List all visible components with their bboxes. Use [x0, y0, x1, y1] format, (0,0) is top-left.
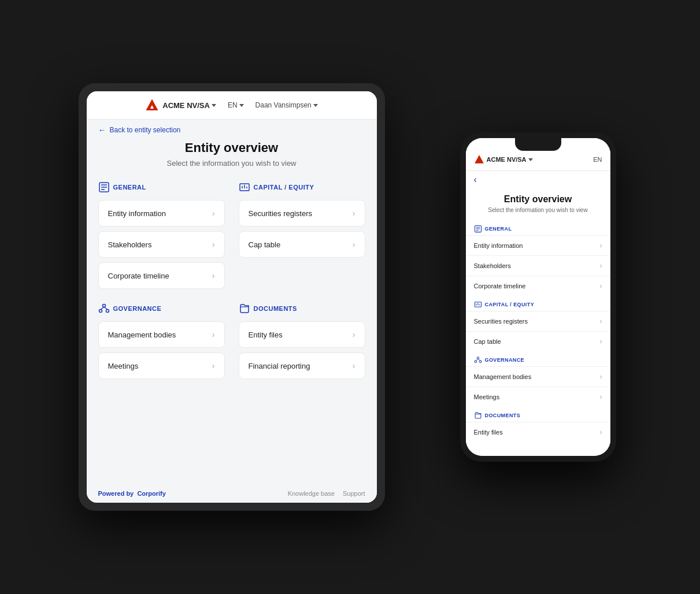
phone-timeline-chevron: ›	[600, 282, 602, 290]
phone-language[interactable]: EN	[593, 156, 602, 163]
general-icon	[98, 181, 110, 193]
phone-documents-header: DOCUMENTS	[466, 407, 610, 422]
meetings-item[interactable]: Meetings ›	[98, 352, 225, 379]
financial-reporting-chevron: ›	[353, 361, 355, 370]
phone-back-arrow-icon: ‹	[474, 175, 477, 184]
phone-cap-table-chevron: ›	[600, 337, 602, 346]
phone-capital-title: CAPITAL / EQUITY	[485, 302, 535, 307]
scene: ▲ ACME NV/SA EN Daan Vansimpsen	[32, 37, 668, 557]
svg-marker-16	[475, 155, 484, 164]
phone-entity-name[interactable]: ACME NV/SA	[487, 156, 533, 163]
phone-management-bodies-item[interactable]: Management bodies ›	[466, 366, 610, 387]
stakeholders-item[interactable]: Stakeholders ›	[98, 231, 225, 258]
page-title-tablet: Entity overview	[98, 140, 365, 155]
tablet-device: ▲ ACME NV/SA EN Daan Vansimpsen	[79, 83, 385, 511]
phone-documents-icon	[474, 411, 482, 419]
cap-table-chevron: ›	[353, 240, 355, 249]
footer-links: Knowledge base Support	[288, 490, 365, 497]
tablet-content: Entity overview Select the information y…	[87, 140, 377, 484]
svg-line-14	[101, 307, 104, 310]
entity-information-item[interactable]: Entity information ›	[98, 200, 225, 227]
phone-page-title: Entity overview	[466, 188, 610, 207]
documents-icon	[239, 303, 250, 314]
tablet-footer: Powered by Corporify Knowledge base Supp…	[87, 484, 377, 503]
phone-management-chevron: ›	[600, 373, 602, 381]
lang-chevron-icon	[239, 104, 244, 107]
svg-text:▲: ▲	[149, 103, 155, 110]
phone-screen: ACME NV/SA EN ‹ Entity overview Select t…	[466, 138, 610, 456]
phone-governance-header: GOVERNANCE	[466, 351, 610, 366]
documents-section: DOCUMENTS Entity files › Financial repor…	[239, 303, 365, 379]
svg-point-13	[106, 310, 109, 313]
logo-area[interactable]: ▲ ACME NV/SA	[145, 98, 216, 112]
phone-logo-icon	[474, 154, 484, 165]
phone-meetings-chevron: ›	[600, 393, 602, 401]
phone-governance-title: GOVERNANCE	[485, 357, 525, 363]
capital-icon	[239, 181, 250, 193]
phone-capital-header: CAPITAL / EQUITY	[466, 296, 610, 311]
svg-point-25	[477, 357, 479, 359]
entity-files-item[interactable]: Entity files ›	[239, 321, 365, 348]
phone-cap-table-item[interactable]: Cap table ›	[466, 331, 610, 351]
svg-point-12	[99, 310, 102, 313]
phone-entity-info-chevron: ›	[600, 242, 602, 250]
general-section: GENERAL Entity information › Stakeholder…	[98, 181, 225, 289]
capital-section: CAPITAL / EQUITY Securities registers › …	[239, 181, 365, 289]
phone-general-title: GENERAL	[485, 226, 512, 232]
phone-securities-item[interactable]: Securities registers ›	[466, 311, 610, 331]
tablet-header: ▲ ACME NV/SA EN Daan Vansimpsen	[87, 91, 377, 120]
phone-back-nav[interactable]: ‹	[466, 171, 610, 188]
governance-icon	[98, 303, 110, 314]
phone-capital-icon	[474, 300, 482, 309]
entity-name-tablet[interactable]: ACME NV/SA	[162, 101, 216, 110]
svg-point-11	[102, 305, 105, 307]
phone-meetings-item[interactable]: Meetings ›	[466, 387, 610, 407]
powered-by: Powered by Corporify	[98, 490, 166, 497]
tablet-screen: ▲ ACME NV/SA EN Daan Vansimpsen	[87, 91, 377, 503]
general-section-header: GENERAL	[98, 181, 225, 193]
page-subtitle-tablet: Select the information you wish to view	[98, 159, 365, 168]
capital-section-title: CAPITAL / EQUITY	[254, 184, 314, 191]
support-link[interactable]: Support	[343, 490, 365, 497]
securities-registers-item[interactable]: Securities registers ›	[239, 200, 365, 227]
svg-line-28	[475, 359, 477, 361]
corporify-brand: Corporify	[137, 490, 166, 497]
entity-chevron-icon	[212, 104, 216, 107]
phone-notch	[515, 138, 561, 151]
phone-documents-title: DOCUMENTS	[485, 413, 521, 418]
user-selector-tablet[interactable]: Daan Vansimpsen	[255, 101, 318, 109]
entity-information-chevron: ›	[212, 209, 215, 218]
governance-section-header: GOVERNANCE	[98, 303, 225, 314]
language-selector-tablet[interactable]: EN	[228, 101, 244, 109]
phone-page-subtitle: Select the information you wish to view	[466, 207, 610, 220]
governance-section: GOVERNANCE Management bodies › Meetings …	[98, 303, 225, 379]
phone-stakeholders-chevron: ›	[600, 262, 602, 270]
governance-section-title: GOVERNANCE	[113, 305, 162, 312]
knowledge-base-link[interactable]: Knowledge base	[288, 490, 335, 497]
documents-section-header: DOCUMENTS	[239, 303, 365, 314]
corporate-timeline-item[interactable]: Corporate timeline ›	[98, 262, 225, 289]
back-nav-tablet[interactable]: ← Back to entity selection	[87, 120, 377, 140]
phone-device: ACME NV/SA EN ‹ Entity overview Select t…	[460, 132, 616, 462]
corporify-logo: ▲	[145, 98, 159, 112]
phone-corporate-timeline-item[interactable]: Corporate timeline ›	[466, 276, 610, 296]
phone-entity-files-item[interactable]: Entity files ›	[466, 422, 610, 442]
cap-table-item[interactable]: Cap table ›	[239, 231, 365, 258]
svg-point-26	[475, 361, 477, 363]
phone-content: Entity overview Select the information y…	[466, 188, 610, 456]
entity-files-chevron: ›	[353, 330, 355, 339]
management-bodies-chevron: ›	[212, 330, 215, 339]
phone-general-header: GENERAL	[466, 220, 610, 235]
phone-securities-chevron: ›	[600, 317, 602, 325]
management-bodies-item[interactable]: Management bodies ›	[98, 321, 225, 348]
phone-stakeholders-item[interactable]: Stakeholders ›	[466, 255, 610, 276]
phone-entity-files-chevron: ›	[600, 428, 602, 436]
sections-grid: GENERAL Entity information › Stakeholder…	[98, 181, 365, 379]
phone-entity-chevron	[528, 158, 533, 161]
financial-reporting-item[interactable]: Financial reporting ›	[239, 352, 365, 379]
stakeholders-chevron: ›	[212, 240, 215, 249]
svg-point-27	[479, 361, 482, 363]
user-chevron-icon	[313, 104, 318, 107]
phone-entity-info-item[interactable]: Entity information ›	[466, 235, 610, 255]
phone-logo-area[interactable]: ACME NV/SA	[474, 154, 533, 165]
